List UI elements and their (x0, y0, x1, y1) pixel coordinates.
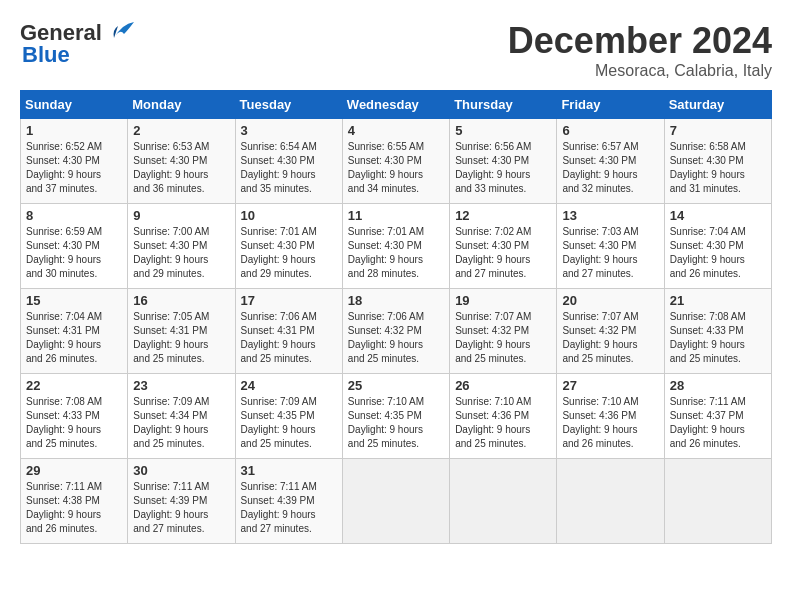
day-number: 5 (455, 123, 551, 138)
calendar-cell: 18Sunrise: 7:06 AM Sunset: 4:32 PM Dayli… (342, 289, 449, 374)
calendar-cell: 14Sunrise: 7:04 AM Sunset: 4:30 PM Dayli… (664, 204, 771, 289)
day-number: 18 (348, 293, 444, 308)
title-section: December 2024 Mesoraca, Calabria, Italy (508, 20, 772, 80)
day-info: Sunrise: 7:10 AM Sunset: 4:36 PM Dayligh… (562, 395, 658, 451)
calendar-week-row: 15Sunrise: 7:04 AM Sunset: 4:31 PM Dayli… (21, 289, 772, 374)
logo: General Blue (20, 20, 136, 68)
day-info: Sunrise: 6:57 AM Sunset: 4:30 PM Dayligh… (562, 140, 658, 196)
day-number: 26 (455, 378, 551, 393)
col-sunday: Sunday (21, 91, 128, 119)
calendar-cell: 17Sunrise: 7:06 AM Sunset: 4:31 PM Dayli… (235, 289, 342, 374)
calendar-week-row: 1Sunrise: 6:52 AM Sunset: 4:30 PM Daylig… (21, 119, 772, 204)
calendar-cell: 16Sunrise: 7:05 AM Sunset: 4:31 PM Dayli… (128, 289, 235, 374)
day-info: Sunrise: 7:02 AM Sunset: 4:30 PM Dayligh… (455, 225, 551, 281)
calendar-cell: 20Sunrise: 7:07 AM Sunset: 4:32 PM Dayli… (557, 289, 664, 374)
calendar-header-row: Sunday Monday Tuesday Wednesday Thursday… (21, 91, 772, 119)
day-number: 10 (241, 208, 337, 223)
day-info: Sunrise: 7:11 AM Sunset: 4:39 PM Dayligh… (133, 480, 229, 536)
day-info: Sunrise: 7:08 AM Sunset: 4:33 PM Dayligh… (26, 395, 122, 451)
calendar-cell: 13Sunrise: 7:03 AM Sunset: 4:30 PM Dayli… (557, 204, 664, 289)
col-monday: Monday (128, 91, 235, 119)
calendar-cell: 9Sunrise: 7:00 AM Sunset: 4:30 PM Daylig… (128, 204, 235, 289)
day-number: 24 (241, 378, 337, 393)
day-number: 19 (455, 293, 551, 308)
day-number: 12 (455, 208, 551, 223)
day-number: 9 (133, 208, 229, 223)
calendar-cell: 8Sunrise: 6:59 AM Sunset: 4:30 PM Daylig… (21, 204, 128, 289)
col-wednesday: Wednesday (342, 91, 449, 119)
day-info: Sunrise: 7:07 AM Sunset: 4:32 PM Dayligh… (455, 310, 551, 366)
day-info: Sunrise: 7:10 AM Sunset: 4:36 PM Dayligh… (455, 395, 551, 451)
day-number: 30 (133, 463, 229, 478)
day-number: 23 (133, 378, 229, 393)
calendar-cell (664, 459, 771, 544)
day-number: 3 (241, 123, 337, 138)
day-info: Sunrise: 7:04 AM Sunset: 4:31 PM Dayligh… (26, 310, 122, 366)
calendar-cell: 29Sunrise: 7:11 AM Sunset: 4:38 PM Dayli… (21, 459, 128, 544)
calendar-week-row: 22Sunrise: 7:08 AM Sunset: 4:33 PM Dayli… (21, 374, 772, 459)
location-subtitle: Mesoraca, Calabria, Italy (508, 62, 772, 80)
day-number: 28 (670, 378, 766, 393)
day-info: Sunrise: 7:07 AM Sunset: 4:32 PM Dayligh… (562, 310, 658, 366)
day-number: 27 (562, 378, 658, 393)
col-tuesday: Tuesday (235, 91, 342, 119)
calendar-cell: 24Sunrise: 7:09 AM Sunset: 4:35 PM Dayli… (235, 374, 342, 459)
day-info: Sunrise: 7:03 AM Sunset: 4:30 PM Dayligh… (562, 225, 658, 281)
calendar-cell: 27Sunrise: 7:10 AM Sunset: 4:36 PM Dayli… (557, 374, 664, 459)
day-info: Sunrise: 6:58 AM Sunset: 4:30 PM Dayligh… (670, 140, 766, 196)
calendar-cell: 4Sunrise: 6:55 AM Sunset: 4:30 PM Daylig… (342, 119, 449, 204)
day-info: Sunrise: 6:56 AM Sunset: 4:30 PM Dayligh… (455, 140, 551, 196)
day-number: 22 (26, 378, 122, 393)
calendar-cell (450, 459, 557, 544)
calendar-cell: 28Sunrise: 7:11 AM Sunset: 4:37 PM Dayli… (664, 374, 771, 459)
day-info: Sunrise: 6:55 AM Sunset: 4:30 PM Dayligh… (348, 140, 444, 196)
day-number: 13 (562, 208, 658, 223)
calendar-cell: 15Sunrise: 7:04 AM Sunset: 4:31 PM Dayli… (21, 289, 128, 374)
calendar-cell: 19Sunrise: 7:07 AM Sunset: 4:32 PM Dayli… (450, 289, 557, 374)
day-number: 7 (670, 123, 766, 138)
day-info: Sunrise: 7:11 AM Sunset: 4:37 PM Dayligh… (670, 395, 766, 451)
calendar-week-row: 8Sunrise: 6:59 AM Sunset: 4:30 PM Daylig… (21, 204, 772, 289)
day-number: 31 (241, 463, 337, 478)
calendar-table: Sunday Monday Tuesday Wednesday Thursday… (20, 90, 772, 544)
calendar-cell (557, 459, 664, 544)
day-number: 21 (670, 293, 766, 308)
day-info: Sunrise: 7:01 AM Sunset: 4:30 PM Dayligh… (348, 225, 444, 281)
calendar-cell: 21Sunrise: 7:08 AM Sunset: 4:33 PM Dayli… (664, 289, 771, 374)
day-info: Sunrise: 6:53 AM Sunset: 4:30 PM Dayligh… (133, 140, 229, 196)
day-number: 17 (241, 293, 337, 308)
month-title: December 2024 (508, 20, 772, 62)
day-info: Sunrise: 7:09 AM Sunset: 4:35 PM Dayligh… (241, 395, 337, 451)
day-info: Sunrise: 7:06 AM Sunset: 4:32 PM Dayligh… (348, 310, 444, 366)
calendar-cell: 3Sunrise: 6:54 AM Sunset: 4:30 PM Daylig… (235, 119, 342, 204)
calendar-cell: 5Sunrise: 6:56 AM Sunset: 4:30 PM Daylig… (450, 119, 557, 204)
day-info: Sunrise: 7:06 AM Sunset: 4:31 PM Dayligh… (241, 310, 337, 366)
day-info: Sunrise: 7:11 AM Sunset: 4:38 PM Dayligh… (26, 480, 122, 536)
day-number: 11 (348, 208, 444, 223)
day-number: 16 (133, 293, 229, 308)
day-info: Sunrise: 7:09 AM Sunset: 4:34 PM Dayligh… (133, 395, 229, 451)
day-info: Sunrise: 7:00 AM Sunset: 4:30 PM Dayligh… (133, 225, 229, 281)
day-number: 1 (26, 123, 122, 138)
calendar-cell: 23Sunrise: 7:09 AM Sunset: 4:34 PM Dayli… (128, 374, 235, 459)
day-info: Sunrise: 7:11 AM Sunset: 4:39 PM Dayligh… (241, 480, 337, 536)
calendar-cell: 11Sunrise: 7:01 AM Sunset: 4:30 PM Dayli… (342, 204, 449, 289)
day-info: Sunrise: 6:59 AM Sunset: 4:30 PM Dayligh… (26, 225, 122, 281)
calendar-cell: 2Sunrise: 6:53 AM Sunset: 4:30 PM Daylig… (128, 119, 235, 204)
day-number: 4 (348, 123, 444, 138)
col-saturday: Saturday (664, 91, 771, 119)
day-number: 2 (133, 123, 229, 138)
day-info: Sunrise: 7:01 AM Sunset: 4:30 PM Dayligh… (241, 225, 337, 281)
day-number: 25 (348, 378, 444, 393)
day-number: 14 (670, 208, 766, 223)
day-info: Sunrise: 7:05 AM Sunset: 4:31 PM Dayligh… (133, 310, 229, 366)
day-info: Sunrise: 6:52 AM Sunset: 4:30 PM Dayligh… (26, 140, 122, 196)
day-number: 15 (26, 293, 122, 308)
calendar-cell: 26Sunrise: 7:10 AM Sunset: 4:36 PM Dayli… (450, 374, 557, 459)
col-friday: Friday (557, 91, 664, 119)
calendar-cell: 10Sunrise: 7:01 AM Sunset: 4:30 PM Dayli… (235, 204, 342, 289)
day-info: Sunrise: 7:10 AM Sunset: 4:35 PM Dayligh… (348, 395, 444, 451)
logo-text-blue: Blue (22, 42, 70, 68)
day-info: Sunrise: 6:54 AM Sunset: 4:30 PM Dayligh… (241, 140, 337, 196)
calendar-cell: 7Sunrise: 6:58 AM Sunset: 4:30 PM Daylig… (664, 119, 771, 204)
